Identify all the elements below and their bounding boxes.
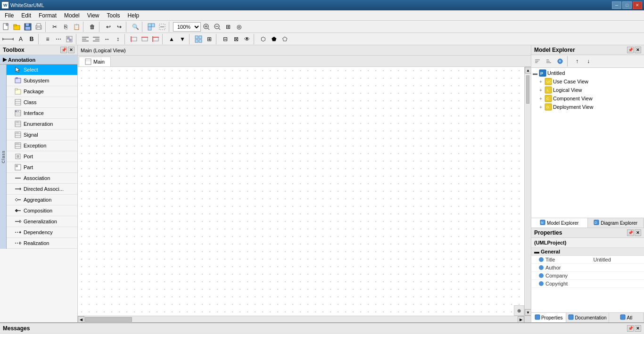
toolbox-scroll[interactable]: ▶ Annotation Class Select <box>0 55 77 320</box>
toolbox-close-button[interactable]: ✕ <box>68 47 74 53</box>
menu-help[interactable]: Help <box>124 11 143 20</box>
fmt-btn-4[interactable]: ≡ <box>42 34 53 44</box>
fmt-btn-1[interactable] <box>1 34 15 44</box>
toolbox-item-dependency[interactable]: Dependency <box>7 227 77 238</box>
toolbox-item-package[interactable]: Package <box>7 86 77 97</box>
maximize-button[interactable]: □ <box>622 1 632 9</box>
autofit-button[interactable]: ⊠ <box>231 34 241 44</box>
menu-edit[interactable]: Edit <box>17 11 35 20</box>
tree-deployment-view[interactable]: + D Deployment View <box>532 103 643 111</box>
me-up-btn[interactable]: ↑ <box>572 56 582 66</box>
component-expand-icon[interactable]: + <box>538 96 544 101</box>
layout-button[interactable]: ⊟ <box>220 34 231 44</box>
canvas-expand-button[interactable]: ⊕ <box>514 305 524 316</box>
scroll-up-button[interactable]: ▲ <box>525 67 531 74</box>
new-button[interactable] <box>1 22 11 32</box>
align-left-button[interactable] <box>80 34 91 44</box>
toolbox-item-aggregation[interactable]: Aggregation <box>7 195 77 205</box>
toolbox-item-signal[interactable]: «s» Signal <box>7 130 77 140</box>
zoom-in-button[interactable] <box>201 22 212 32</box>
show-hide-button[interactable]: 👁 <box>242 34 252 44</box>
tree-use-case-view[interactable]: + UC Use Case View <box>532 77 643 86</box>
toolbox-item-exception[interactable]: «ex» Exception <box>7 140 77 151</box>
fmt-btn-5[interactable]: ⋯ <box>53 34 64 44</box>
scroll-thumb-v[interactable] <box>526 75 529 104</box>
more-btn-3[interactable]: ⬠ <box>280 34 290 44</box>
toolbox-item-enumeration[interactable]: «e» Enumeration <box>7 119 77 130</box>
me-sort-btn[interactable] <box>532 56 543 66</box>
toolbox-item-directed-assoc[interactable]: Directed Associ... <box>7 184 77 195</box>
toolbox-pin-button[interactable]: 📌 <box>60 47 67 53</box>
me-down-btn[interactable]: ↓ <box>583 56 594 66</box>
properties-pin-button[interactable]: 📌 <box>627 229 634 236</box>
tree-root-item[interactable]: ▬ P Untitled <box>532 69 643 77</box>
zoom-out-button[interactable] <box>212 22 223 32</box>
resize-both-button[interactable] <box>150 34 161 44</box>
close-button[interactable]: ✕ <box>633 1 642 9</box>
toolbox-item-class[interactable]: Class <box>7 97 77 108</box>
messages-close-button[interactable]: ✕ <box>635 325 641 332</box>
toolbox-item-composition[interactable]: Composition <box>7 205 77 216</box>
use-case-expand-icon[interactable]: + <box>538 79 544 84</box>
menu-tools[interactable]: Tools <box>103 11 124 20</box>
actual-size-button[interactable]: ◎ <box>234 22 244 32</box>
open-button[interactable] <box>12 22 22 32</box>
cut-button[interactable]: ✂ <box>50 22 60 32</box>
props-tab-properties[interactable]: Properties <box>531 313 566 322</box>
toolbox-category-annotation[interactable]: ▶ Annotation <box>0 55 77 65</box>
paste-button[interactable]: 📋 <box>71 22 82 32</box>
tab-main[interactable]: Main <box>79 57 111 66</box>
properties-close-button[interactable]: ✕ <box>635 229 641 236</box>
props-tab-atl[interactable]: Atl <box>609 313 644 322</box>
toolbox-item-port[interactable]: Port <box>7 151 77 162</box>
delete-button[interactable]: 🗑 <box>87 22 98 32</box>
messages-pin-button[interactable]: 📌 <box>627 325 634 332</box>
model-explorer-pin-button[interactable]: 📌 <box>627 47 634 53</box>
me-tab-diagram-explorer[interactable]: D Diagram Explorer <box>588 218 644 228</box>
dist-v-button[interactable]: ↕ <box>113 34 123 44</box>
me-sort2-btn[interactable] <box>544 56 554 66</box>
deployment-expand-icon[interactable]: + <box>538 104 544 110</box>
scroll-right-button[interactable]: ▶ <box>518 316 524 322</box>
diagram-canvas[interactable]: ⊕ <box>78 67 524 316</box>
tree-component-view[interactable]: + C Component View <box>532 94 643 103</box>
tb-btn-1[interactable] <box>146 22 157 32</box>
scroll-down-button[interactable]: ▼ <box>525 309 531 316</box>
toolbox-item-select[interactable]: Select <box>7 65 77 75</box>
menu-file[interactable]: File <box>1 11 17 20</box>
toolbox-item-association[interactable]: Association <box>7 173 77 184</box>
resize-w-button[interactable] <box>129 34 139 44</box>
save-button[interactable] <box>23 22 33 32</box>
diagram-scrollbar-horizontal[interactable]: ◀ ▶ <box>78 316 531 322</box>
menu-format[interactable]: Format <box>35 11 60 20</box>
send-back-button[interactable]: ▼ <box>177 34 188 44</box>
fmt-btn-2[interactable]: A <box>16 34 26 44</box>
group-button[interactable] <box>193 34 204 44</box>
more-btn-2[interactable]: ⬟ <box>269 34 279 44</box>
bring-front-button[interactable]: ▲ <box>166 34 177 44</box>
toolbox-item-realization[interactable]: Realization <box>7 238 77 249</box>
ungroup-button[interactable]: ⊞ <box>204 34 215 44</box>
print-button[interactable] <box>33 22 44 32</box>
zoom-select[interactable]: 50% 75% 100% 125% 150% 200% <box>173 22 201 32</box>
toolbox-item-subsystem[interactable]: Subsystem <box>7 75 77 86</box>
resize-h-button[interactable] <box>140 34 150 44</box>
find-button[interactable]: 🔍 <box>130 22 140 32</box>
undo-button[interactable]: ↩ <box>103 22 114 32</box>
fit-button[interactable]: ⊞ <box>223 22 233 32</box>
toolbox-item-part[interactable]: Part <box>7 162 77 173</box>
me-add-btn[interactable]: + <box>555 56 565 66</box>
me-tab-model-explorer[interactable]: M Model Explorer <box>531 218 588 228</box>
fmt-btn-3[interactable]: B <box>26 34 37 44</box>
copy-button[interactable]: ⎘ <box>60 22 71 32</box>
scroll-thumb-h[interactable] <box>85 317 132 322</box>
model-explorer-close-button[interactable]: ✕ <box>635 47 641 53</box>
tb-btn-2[interactable] <box>157 22 167 32</box>
props-tab-documentation[interactable]: Documentation <box>566 313 609 322</box>
toolbox-item-interface[interactable]: Interface <box>7 108 77 119</box>
align-right-button[interactable] <box>91 34 101 44</box>
more-btn-1[interactable]: ⬡ <box>258 34 268 44</box>
dist-h-button[interactable]: ↔ <box>102 34 112 44</box>
toolbox-item-generalization[interactable]: Generalization <box>7 216 77 227</box>
logical-expand-icon[interactable]: + <box>538 87 544 93</box>
